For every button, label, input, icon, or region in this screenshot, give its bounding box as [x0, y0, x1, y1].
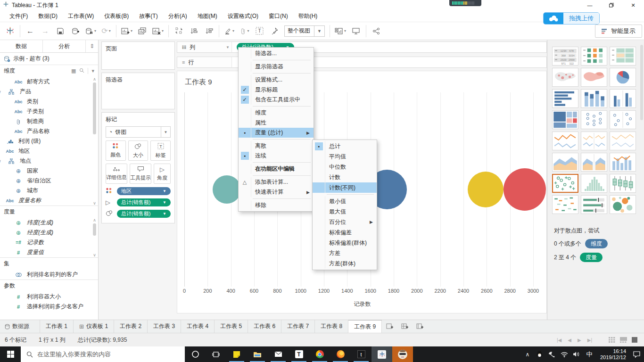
- field-类别[interactable]: Abc类别: [0, 97, 98, 107]
- field-选择利润前多少名客户[interactable]: #选择利润前多少名客户: [0, 302, 98, 312]
- show-me-pie[interactable]: [610, 68, 636, 87]
- sheet-tab-工作表 9[interactable]: 工作表 9: [348, 320, 382, 333]
- sheet-tab-工作表 5[interactable]: 工作表 5: [215, 320, 248, 333]
- menu-item-方差(群体)[interactable]: 方差(群体): [313, 258, 377, 269]
- show-me-lines-discrete[interactable]: [581, 132, 607, 150]
- show-hide-cards-button[interactable]: ▾: [335, 25, 346, 37]
- action-center-icon[interactable]: [633, 351, 640, 358]
- taskbar-app-file-explorer[interactable]: [247, 346, 268, 362]
- menu-worksheet[interactable]: 工作表(W): [63, 11, 99, 22]
- taskbar-app-mail[interactable]: [268, 346, 289, 362]
- menu-help[interactable]: 帮助(H): [294, 11, 322, 22]
- menu-item-离散[interactable]: 离散: [239, 141, 314, 151]
- menu-item-方差[interactable]: 方差: [313, 248, 377, 258]
- menu-item-计数[interactable]: 计数: [313, 172, 377, 182]
- taskbar-app-sticky-notes[interactable]: [226, 346, 247, 362]
- previous-sheet-button[interactable]: ◀: [568, 337, 571, 343]
- menu-item-显示筛选器[interactable]: 显示筛选器: [239, 62, 314, 72]
- new-worksheet-button[interactable]: ▾: [121, 25, 132, 37]
- taskbar-app-chrome[interactable]: [309, 346, 330, 362]
- menu-item-连续[interactable]: ●连续: [239, 151, 314, 161]
- field-产品[interactable]: ∨产品: [0, 87, 98, 97]
- group-members-button[interactable]: ▾: [239, 25, 249, 37]
- menu-dashboard[interactable]: 仪表板(B): [99, 11, 133, 22]
- marks-button-text[interactable]: T标签: [150, 140, 171, 161]
- pie-mark[interactable]: [504, 168, 546, 211]
- menu-item-在功能区中编辑[interactable]: 在功能区中编辑: [239, 164, 314, 174]
- ime-indicator[interactable]: 中: [585, 350, 594, 359]
- menu-item-总计[interactable]: ●总计: [313, 141, 377, 151]
- marks-pill-地区[interactable]: 地区▼: [117, 187, 171, 195]
- close-button[interactable]: ✕: [622, 0, 644, 10]
- field-记录数[interactable]: =#记录数: [0, 238, 98, 247]
- menu-item-筛选器...[interactable]: 筛选器...: [239, 49, 314, 58]
- marks-pill-总计(销售额)[interactable]: 总计(销售额)▼: [117, 198, 171, 206]
- tab-analytics[interactable]: 分析: [42, 40, 86, 52]
- field-地区[interactable]: Abc地区: [0, 146, 98, 156]
- show-me-bubbles[interactable]: [610, 195, 636, 214]
- show-mark-labels-button[interactable]: T: [254, 25, 264, 37]
- restore-button[interactable]: [601, 0, 622, 10]
- marks-button-angle[interactable]: ▷角度: [154, 164, 171, 184]
- share-button[interactable]: [371, 25, 381, 37]
- qq-tray-icon[interactable]: [536, 351, 544, 358]
- sort-ascending-button[interactable]: [189, 25, 199, 37]
- menu-item-添加表计算...[interactable]: △添加表计算...: [239, 177, 314, 187]
- taskbar-app-text-app[interactable]: T: [289, 346, 309, 362]
- field-利润 (级)[interactable]: 利润 (级): [0, 136, 98, 146]
- show-me-gantt[interactable]: [552, 195, 578, 214]
- taskbar-app-screen-recorder[interactable]: [392, 346, 413, 362]
- field-子类别[interactable]: Abc子类别: [0, 107, 98, 116]
- show-me-side-bars[interactable]: [610, 89, 636, 108]
- new-datasource-button[interactable]: [70, 25, 81, 37]
- sheet-tab-工作表 7[interactable]: 工作表 7: [281, 320, 315, 333]
- show-me-h-bars[interactable]: [552, 89, 578, 108]
- field-地点[interactable]: ∨地点: [0, 156, 98, 166]
- filmstrip-view-icon[interactable]: [620, 337, 627, 343]
- menu-item-最小值[interactable]: 最小值: [313, 196, 377, 206]
- show-me-heat-map[interactable]: [610, 47, 636, 66]
- field-度量名称[interactable]: Abc度量名称: [0, 196, 98, 206]
- datasource-item[interactable]: 示例 - 超市 (3): [0, 53, 98, 65]
- taskbar-search-input[interactable]: 在这里输入你要搜索的内容: [21, 346, 185, 362]
- field-经度(生成)[interactable]: ⊕经度(生成): [0, 228, 98, 238]
- sheet-tab-工作表 3[interactable]: 工作表 3: [148, 320, 181, 333]
- menu-format[interactable]: 设置格式(O): [223, 11, 263, 22]
- show-me-area-discrete[interactable]: [581, 153, 607, 172]
- show-me-scatter[interactable]: [552, 174, 578, 193]
- measures-scrollbar[interactable]: ∧∨: [91, 218, 98, 257]
- save-button[interactable]: [55, 25, 66, 37]
- menu-item-维度[interactable]: 维度: [239, 108, 314, 118]
- sheet-tab-工作表 6[interactable]: 工作表 6: [248, 320, 281, 333]
- show-me-scrollbar[interactable]: [640, 45, 643, 120]
- start-button[interactable]: [0, 346, 21, 362]
- marks-button-tooltip[interactable]: 工具提示: [130, 164, 151, 184]
- show-me-histogram[interactable]: [581, 174, 607, 193]
- fit-selector[interactable]: 整个视图 ▼: [284, 25, 325, 37]
- rows-shelf[interactable]: ≡ 行: [177, 57, 547, 68]
- show-me-bullet[interactable]: [581, 195, 607, 214]
- next-sheet-button[interactable]: ▶: [578, 337, 581, 343]
- field-省/自治区[interactable]: ⊕省/自治区: [0, 176, 98, 186]
- field-纬度(生成)[interactable]: ⊕纬度(生成): [0, 218, 98, 228]
- field-利润排名前列的客户[interactable]: 利润排名前列的客户: [0, 270, 98, 280]
- show-me-highlight-table[interactable]: [581, 47, 607, 66]
- menu-item-计数(不同)[interactable]: 计数(不同): [313, 182, 377, 193]
- menu-window[interactable]: 窗口(N): [264, 11, 293, 22]
- menu-data[interactable]: 数据(D): [33, 11, 62, 22]
- refresh-button[interactable]: ⟳▾: [101, 25, 111, 37]
- menu-analysis[interactable]: 分析(A): [164, 11, 192, 22]
- wifi-tray-icon[interactable]: [561, 352, 568, 357]
- tab-data[interactable]: 数据: [0, 40, 42, 52]
- pause-auto-updates-button[interactable]: ▾: [85, 25, 96, 37]
- data-pane-menu-caret[interactable]: ▾: [88, 68, 94, 74]
- minimize-button[interactable]: —: [579, 0, 601, 10]
- filters-shelf[interactable]: 筛选器: [101, 73, 175, 109]
- marks-button-detail[interactable]: 详细信息: [106, 164, 127, 184]
- dimensions-scrollbar[interactable]: ∧∨: [91, 77, 98, 206]
- menu-map[interactable]: 地图(M): [193, 11, 222, 22]
- satellite-tray-icon[interactable]: [548, 351, 556, 357]
- show-me-dual-lines[interactable]: [610, 132, 636, 150]
- show-me-symbol-map[interactable]: [552, 68, 578, 87]
- first-sheet-button[interactable]: |◀: [557, 337, 561, 343]
